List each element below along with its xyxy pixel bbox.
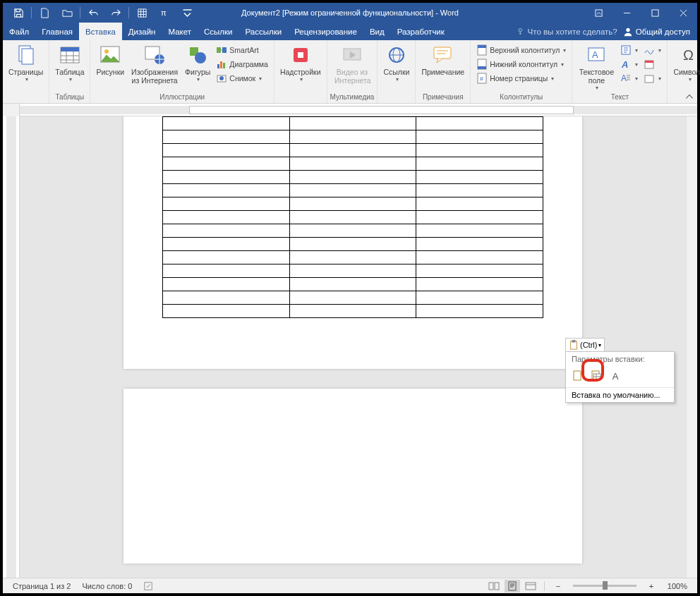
table-cell[interactable] xyxy=(163,144,290,157)
share-button[interactable]: Общий доступ xyxy=(623,27,690,37)
table-cell[interactable] xyxy=(163,264,290,278)
table-cell[interactable] xyxy=(416,251,543,264)
table-cell[interactable] xyxy=(289,157,416,171)
table-cell[interactable] xyxy=(289,264,416,278)
chart-button[interactable]: Диаграмма xyxy=(213,57,271,71)
tab-review[interactable]: Рецензирование xyxy=(288,23,363,40)
signature-button[interactable] xyxy=(641,43,664,57)
ribbon-display-button[interactable] xyxy=(584,3,612,23)
table-cell[interactable] xyxy=(163,130,290,144)
table-cell[interactable] xyxy=(289,305,416,318)
tab-insert[interactable]: Вставка xyxy=(79,23,122,40)
footer-button[interactable]: Нижний колонтитул xyxy=(473,57,569,71)
tab-design[interactable]: Дизайн xyxy=(122,23,162,40)
zoom-thumb[interactable] xyxy=(603,581,608,590)
addins-button[interactable]: Надстройки xyxy=(277,42,324,83)
zoom-level[interactable]: 100% xyxy=(662,582,693,590)
tab-file[interactable]: Файл xyxy=(3,23,35,40)
symbols-button[interactable]: Ω Символы xyxy=(670,42,700,83)
quick-parts-button[interactable] xyxy=(617,43,641,57)
table-cell[interactable] xyxy=(416,291,543,305)
zoom-in-button[interactable]: + xyxy=(644,580,659,592)
table-cell[interactable] xyxy=(416,278,543,291)
screenshot-button[interactable]: Снимок xyxy=(213,71,271,85)
document-canvas[interactable]: (Ctrl) ▾ Параметры вставки: A Вставка по… xyxy=(20,116,686,578)
datetime-button[interactable] xyxy=(641,57,664,71)
table-cell[interactable] xyxy=(163,278,290,291)
table-cell[interactable] xyxy=(163,184,290,197)
table-cell[interactable] xyxy=(289,171,416,184)
header-button[interactable]: Верхний колонтитул xyxy=(473,43,569,57)
page-2[interactable] xyxy=(123,389,582,564)
zoom-slider[interactable] xyxy=(573,585,636,587)
table-cell[interactable] xyxy=(289,224,416,238)
read-mode-button[interactable] xyxy=(486,580,502,592)
table-cell[interactable] xyxy=(289,211,416,224)
web-layout-button[interactable] xyxy=(523,580,538,592)
textbox-button[interactable]: A Текстовое поле xyxy=(575,42,617,91)
table-cell[interactable] xyxy=(289,117,416,130)
links-button[interactable]: Ссылки xyxy=(380,42,412,83)
minimize-button[interactable] xyxy=(612,3,641,23)
table-cell[interactable] xyxy=(289,251,416,264)
tab-references[interactable]: Ссылки xyxy=(198,23,239,40)
pictures-button[interactable]: Рисунки xyxy=(93,42,127,76)
tab-view[interactable]: Вид xyxy=(363,23,391,40)
open-button[interactable] xyxy=(56,3,78,23)
table-cell[interactable] xyxy=(163,305,290,318)
table-cell[interactable] xyxy=(289,278,416,291)
pages-button[interactable]: Страницы xyxy=(6,42,46,83)
table-cell[interactable] xyxy=(163,291,290,305)
table-cell[interactable] xyxy=(289,130,416,144)
table-cell[interactable] xyxy=(163,238,290,251)
equation-button[interactable]: π xyxy=(153,3,176,23)
zoom-out-button[interactable]: − xyxy=(550,580,566,592)
tell-me-search[interactable]: Что вы хотите сделать? xyxy=(517,28,617,36)
shapes-button[interactable]: Фигуры xyxy=(182,42,213,83)
tab-home[interactable]: Главная xyxy=(35,23,79,40)
table-cell[interactable] xyxy=(416,144,543,157)
paste-text-only-button[interactable]: A xyxy=(607,367,624,384)
document-table[interactable] xyxy=(162,116,543,318)
page-number-button[interactable]: #Номер страницы xyxy=(473,71,569,85)
smartart-button[interactable]: SmartArt xyxy=(213,43,271,57)
paste-merge-button[interactable] xyxy=(589,367,605,384)
dropcap-button[interactable]: A xyxy=(617,71,641,85)
table-cell[interactable] xyxy=(416,224,543,238)
table-cell[interactable] xyxy=(416,305,543,318)
table-cell[interactable] xyxy=(416,264,543,278)
table-cell[interactable] xyxy=(289,184,416,197)
tab-layout[interactable]: Макет xyxy=(162,23,198,40)
table-cell[interactable] xyxy=(163,197,290,211)
tab-mailings[interactable]: Рассылки xyxy=(239,23,289,40)
table-cell[interactable] xyxy=(416,197,543,211)
table-cell[interactable] xyxy=(416,184,543,197)
wordart-button[interactable]: A xyxy=(617,57,641,71)
page-indicator[interactable]: Страница 1 из 2 xyxy=(7,582,76,590)
table-cell[interactable] xyxy=(163,171,290,184)
table-cell[interactable] xyxy=(163,211,290,224)
print-layout-button[interactable] xyxy=(505,580,520,592)
table-button[interactable] xyxy=(131,3,153,23)
table-cell[interactable] xyxy=(416,238,543,251)
paste-default-button[interactable]: Вставка по умолчанию... xyxy=(566,387,674,402)
table-cell[interactable] xyxy=(289,197,416,211)
table-cell[interactable] xyxy=(416,171,543,184)
tab-developer[interactable]: Разработчик xyxy=(391,23,451,40)
table-cell[interactable] xyxy=(416,130,543,144)
online-pictures-button[interactable]: Изображения из Интернета xyxy=(127,42,182,85)
spell-check-button[interactable] xyxy=(138,581,159,591)
page-1[interactable] xyxy=(123,116,582,369)
table-cell[interactable] xyxy=(289,291,416,305)
table-cell[interactable] xyxy=(163,251,290,264)
paste-keep-source-button[interactable] xyxy=(570,367,587,384)
qat-customize-button[interactable] xyxy=(176,3,198,23)
table-cell[interactable] xyxy=(416,157,543,171)
horizontal-ruler[interactable] xyxy=(3,104,697,116)
paste-options-button[interactable]: (Ctrl) ▾ xyxy=(565,338,605,352)
table-cell[interactable] xyxy=(163,117,290,130)
table-insert-button[interactable]: Таблица xyxy=(52,42,87,83)
table-cell[interactable] xyxy=(289,144,416,157)
save-button[interactable] xyxy=(7,3,30,23)
word-count[interactable]: Число слов: 0 xyxy=(76,582,138,590)
